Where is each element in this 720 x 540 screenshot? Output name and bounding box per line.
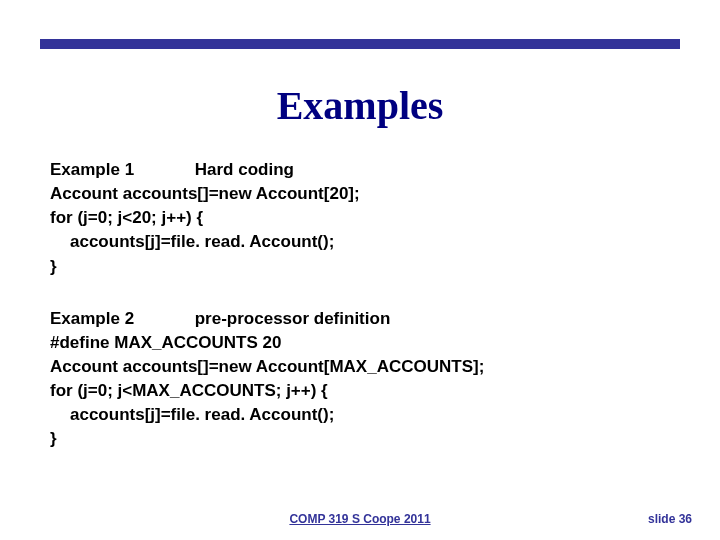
example2-code-line: for (j=0; j<MAX_ACCOUNTS; j++) { [50,379,670,403]
example2-code-line: } [50,427,670,451]
example1-code-line: accounts[j]=file. read. Account(); [50,230,670,254]
example2-subtitle: pre-processor definition [195,309,391,328]
example1-subtitle: Hard coding [195,160,294,179]
slide-title: Examples [0,82,720,129]
example2-code-line: #define MAX_ACCOUNTS 20 [50,331,670,355]
example2-label: Example 2 [50,307,190,331]
example2-code-line: accounts[j]=file. read. Account(); [50,403,670,427]
example1-code-line: Account accounts[]=new Account[20]; [50,182,670,206]
example1-code-line: } [50,255,670,279]
footer-course: COMP 319 S Coope 2011 [0,512,720,526]
example2-code-line: Account accounts[]=new Account[MAX_ACCOU… [50,355,670,379]
example1-label: Example 1 [50,158,190,182]
footer-slide-number: slide 36 [648,512,692,526]
header-bar [40,39,680,49]
example1-code-line: for (j=0; j<20; j++) { [50,206,670,230]
slide-content: Example 1 Hard coding Account accounts[]… [50,158,670,451]
example1-header: Example 1 Hard coding [50,158,670,182]
example2-header: Example 2 pre-processor definition [50,307,670,331]
